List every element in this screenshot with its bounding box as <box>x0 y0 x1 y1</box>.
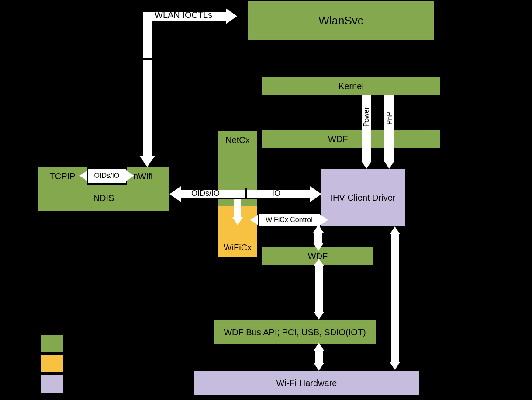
pnp-label: PnP <box>386 111 394 125</box>
bus-api-label: WDF Bus API; PCI, USB, SDIO(IOT) <box>224 327 366 337</box>
ihv-box: IHV Client Driver <box>321 169 405 226</box>
wlan-arrow-tick <box>142 58 152 60</box>
power-arrow-shaft <box>362 95 371 161</box>
wificx-control-box: WiFiCx Control <box>258 213 321 226</box>
bus-hw-shaft <box>315 350 323 364</box>
wlan-ioctls-label: WLAN IOCTLs <box>155 10 212 20</box>
tcpip-label: TCPIP <box>50 171 76 181</box>
wificx-control-l <box>250 215 258 225</box>
wificx-control-label: WiFiCx Control <box>266 216 313 224</box>
wlansvc-box: WlanSvc <box>248 1 434 40</box>
wlan-ioctls-arrowhead-d <box>139 156 155 167</box>
oids-io-small-box: OIDs/IO <box>87 168 127 184</box>
oids-io-small-r <box>126 170 134 181</box>
legend-green <box>41 335 63 352</box>
ihv-wdfmid-down <box>313 243 324 251</box>
netcx-to-wificx-shaft <box>234 199 241 217</box>
pnp-arrowhead <box>384 161 394 169</box>
hw-label: Wi-Fi Hardware <box>276 378 337 388</box>
ihv-hw-shaft <box>391 233 399 363</box>
oids-io-small-label: OIDs/IO <box>94 172 120 180</box>
bus-api-box: WDF Bus API; PCI, USB, SDIO(IOT) <box>214 320 376 344</box>
legend-purple <box>41 375 63 393</box>
io-arrow-divider <box>245 188 247 200</box>
ihv-hw-down <box>390 362 400 370</box>
wificx-control-r <box>320 215 328 225</box>
kernel-label: Kernel <box>339 81 364 91</box>
netcx-box: NetCx <box>218 131 257 190</box>
wificx-label: WiFiCx <box>224 243 252 253</box>
pnp-arrow-shaft <box>384 95 394 161</box>
power-arrowhead <box>361 161 372 169</box>
netcx-label: NetCx <box>225 135 250 145</box>
io-arrowhead-l <box>169 186 181 202</box>
ndis-label: NDIS <box>93 193 114 203</box>
legend-yellow <box>41 355 63 372</box>
wdf-top-box: WDF <box>262 130 440 148</box>
wlansvc-label: WlanSvc <box>318 14 363 28</box>
ihv-wdfmid-up <box>313 225 324 233</box>
bus-hw-up <box>314 343 324 351</box>
oids-io-label: OIDs/IO <box>191 189 220 198</box>
power-label: Power <box>363 107 370 127</box>
wlan-ioctls-arrowhead-r <box>226 8 237 24</box>
ihv-hw-up <box>390 226 400 234</box>
ihv-label: IHV Client Driver <box>331 193 396 203</box>
io-arrowhead-r <box>310 186 321 202</box>
io-label: IO <box>272 189 280 198</box>
wdfmid-bus-up <box>314 258 324 266</box>
hw-box: Wi-Fi Hardware <box>194 371 419 395</box>
wdf-top-label: WDF <box>328 134 348 144</box>
kernel-box: Kernel <box>262 77 440 95</box>
wlan-ioctls-arrow-vert <box>143 12 152 156</box>
ndis-box: NDIS <box>38 185 169 211</box>
netcx-to-wificx-head <box>232 217 243 225</box>
wdfmid-bus-shaft <box>315 265 323 313</box>
bus-hw-down <box>314 363 324 371</box>
ihv-wdfmid-shaft <box>314 232 322 244</box>
oids-io-small-l <box>79 170 87 181</box>
nwifi-label: nWifi <box>133 171 152 181</box>
wdfmid-bus-down <box>314 312 324 320</box>
